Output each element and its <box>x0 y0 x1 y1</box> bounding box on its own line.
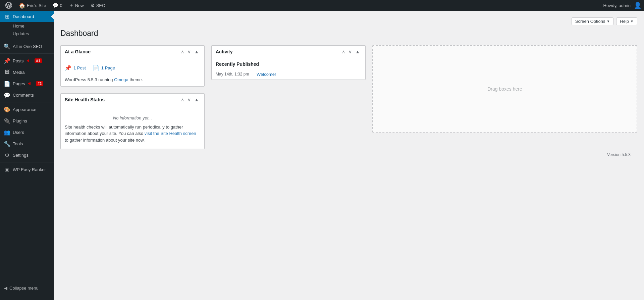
pages-arrow <box>28 82 31 85</box>
top-bar: Screen Options ▼ Help ▼ <box>60 17 637 25</box>
pages-annotation: #2 <box>36 81 43 86</box>
settings-label: Settings <box>13 153 29 158</box>
theme-link[interactable]: Omega <box>114 77 128 82</box>
sidebar-item-settings[interactable]: ⚙ Settings <box>0 149 54 161</box>
media-icon: 🖼 <box>4 69 10 75</box>
site-health-desc-part2: to gather information about your site no… <box>65 138 145 143</box>
page-footer: Version 5.5.3 <box>60 149 637 160</box>
site-health-description: Site health checks will automatically ru… <box>65 124 200 145</box>
dashboard-icon: ⊞ <box>4 13 10 19</box>
theme-suffix: theme. <box>128 77 143 82</box>
sidebar-item-wp-easy-ranker[interactable]: ◉ WP Easy Ranker <box>0 164 54 175</box>
collapse-menu[interactable]: ◀ Collapse menu <box>0 283 54 293</box>
sidebar-item-users[interactable]: 👥 Users <box>0 127 54 138</box>
site-health-collapse-down[interactable]: ∨ <box>186 96 192 103</box>
sidebar-item-dashboard[interactable]: ⊞ Dashboard <box>0 11 54 22</box>
new-label: New <box>75 3 84 8</box>
activity-item: May 14th, 1:32 pm Welcome! <box>212 69 365 80</box>
pages-count-link[interactable]: 1 Page <box>101 65 115 70</box>
pages-label: Pages <box>13 81 25 86</box>
site-health-close[interactable]: ▲ <box>193 96 200 103</box>
sidebar-item-posts[interactable]: 📌 Posts #1 <box>0 55 54 66</box>
comments-count: 0 <box>60 3 62 8</box>
sidebar-item-home[interactable]: Home <box>0 22 54 30</box>
posts-label: Posts <box>13 58 24 63</box>
dashboard-col-middle: Activity ∧ ∨ ▲ Recently Published May 14… <box>211 45 366 80</box>
page-icon: 📄 <box>93 65 99 71</box>
site-health-link[interactable]: visit the Site Health screen <box>145 131 196 136</box>
adminbar-comments[interactable]: 💬 0 <box>50 0 65 11</box>
wp-easy-ranker-label: WP Easy Ranker <box>13 167 46 172</box>
users-icon: 👥 <box>4 129 10 135</box>
activity-date: May 14th, 1:32 pm <box>216 72 253 77</box>
sidebar-item-comments[interactable]: 💬 Comments <box>0 89 54 101</box>
at-a-glance-header: At a Glance ∧ ∨ ▲ <box>61 46 204 58</box>
site-health-header: Site Health Status ∧ ∨ ▲ <box>61 94 204 106</box>
adminbar-wp-logo[interactable] <box>3 0 15 11</box>
all-in-one-seo-label: All in One SEO <box>13 44 42 49</box>
activity-header: Activity ∧ ∨ ▲ <box>212 46 365 58</box>
site-health-body: No information yet... Site health checks… <box>61 106 204 149</box>
at-a-glance-items: 📌 1 Post 📄 1 Page <box>65 62 200 74</box>
sidebar-item-pages[interactable]: 📄 Pages #2 <box>0 78 54 89</box>
updates-label: Updates <box>13 31 29 36</box>
pages-icon: 📄 <box>4 81 10 87</box>
sidebar-item-appearance[interactable]: 🎨 Appearance <box>0 104 54 115</box>
dashboard-col-right: Drag boxes here <box>372 45 637 133</box>
at-a-glance-posts: 📌 1 Post <box>65 65 86 71</box>
wp-version-prefix: WordPress 5.5.3 running <box>65 77 114 82</box>
plugins-label: Plugins <box>13 118 27 123</box>
sidebar-item-tools[interactable]: 🔧 Tools <box>0 138 54 149</box>
screen-options-button[interactable]: Screen Options ▼ <box>572 17 614 25</box>
posts-count-link[interactable]: 1 Post <box>73 65 86 70</box>
drag-box-text: Drag boxes here <box>487 86 522 92</box>
adminbar-right: Howdy, admin 👤 <box>603 2 641 9</box>
at-a-glance-close[interactable]: ▲ <box>193 48 200 55</box>
adminbar-site-name[interactable]: 🏠 Eric's Site <box>16 0 49 11</box>
sidebar-item-all-in-one-seo[interactable]: 🔍 All in One SEO <box>0 41 54 52</box>
admin-sidebar: ⊞ Dashboard Home Updates 🔍 All in One SE… <box>0 11 54 300</box>
dashboard-col-left: At a Glance ∧ ∨ ▲ 📌 1 Post <box>60 45 205 149</box>
howdy-text: Howdy, admin <box>603 3 631 8</box>
activity-collapse-up[interactable]: ∧ <box>340 48 346 55</box>
collapse-label: Collapse menu <box>9 286 39 291</box>
activity-body: Recently Published May 14th, 1:32 pm Wel… <box>212 58 365 80</box>
at-a-glance-collapse-up[interactable]: ∧ <box>179 48 185 55</box>
dashboard-grid: At a Glance ∧ ∨ ▲ 📌 1 Post <box>60 45 637 149</box>
seo-icon: 🔍 <box>4 43 10 49</box>
at-a-glance-widget: At a Glance ∧ ∨ ▲ 📌 1 Post <box>60 45 205 87</box>
activity-post-link[interactable]: Welcome! <box>257 72 276 77</box>
site-health-controls: ∧ ∨ ▲ <box>179 96 200 103</box>
settings-icon: ⚙ <box>4 152 10 158</box>
home-label: Home <box>13 23 24 29</box>
version-text: Version 5.5.3 <box>607 152 631 157</box>
sidebar-item-updates[interactable]: Updates <box>0 30 54 38</box>
adminbar-new[interactable]: ＋ New <box>66 0 87 11</box>
activity-close[interactable]: ▲ <box>354 48 361 55</box>
sidebar-item-media[interactable]: 🖼 Media <box>0 66 54 78</box>
adminbar-seo[interactable]: ⚙ SEO <box>88 0 108 11</box>
help-chevron: ▼ <box>630 19 634 23</box>
at-a-glance-collapse-down[interactable]: ∨ <box>186 48 192 55</box>
activity-widget: Activity ∧ ∨ ▲ Recently Published May 14… <box>211 45 366 80</box>
posts-icon: 📌 <box>4 58 10 64</box>
wp-version-text: WordPress 5.5.3 running Omega theme. <box>65 77 200 82</box>
site-health-collapse-up[interactable]: ∧ <box>179 96 185 103</box>
admin-bar: 🏠 Eric's Site 💬 0 ＋ New ⚙ SEO Howdy, adm… <box>0 0 644 11</box>
drag-box: Drag boxes here <box>372 45 637 133</box>
screen-options-label: Screen Options <box>575 19 605 24</box>
help-button[interactable]: Help ▼ <box>616 17 637 25</box>
posts-arrow <box>26 59 29 62</box>
activity-collapse-down[interactable]: ∨ <box>347 48 353 55</box>
help-label: Help <box>620 19 629 24</box>
comments-label: Comments <box>13 93 34 98</box>
screen-options-chevron: ▼ <box>606 19 610 23</box>
post-icon: 📌 <box>65 65 71 71</box>
sidebar-item-plugins[interactable]: 🔌 Plugins <box>0 115 54 127</box>
media-label: Media <box>13 70 24 75</box>
site-health-title: Site Health Status <box>65 97 105 102</box>
collapse-arrow-icon: ◀ <box>4 286 7 291</box>
plugins-icon: 🔌 <box>4 118 10 124</box>
appearance-icon: 🎨 <box>4 106 10 112</box>
appearance-label: Appearance <box>13 107 36 112</box>
